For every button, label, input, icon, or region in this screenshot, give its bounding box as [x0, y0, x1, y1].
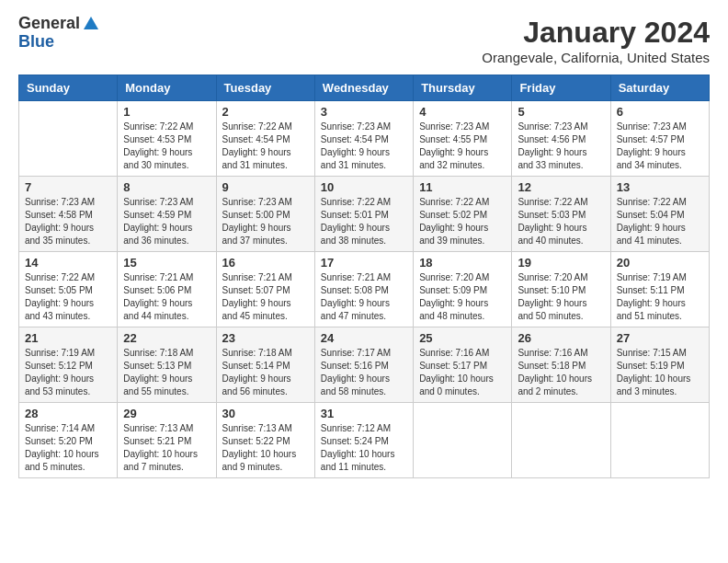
- day-number: 3: [321, 105, 407, 119]
- calendar-cell: 16Sunrise: 7:21 AM Sunset: 5:07 PM Dayli…: [216, 252, 314, 327]
- day-info: Sunrise: 7:23 AM Sunset: 4:56 PM Dayligh…: [518, 121, 604, 172]
- calendar-week-row: 7Sunrise: 7:23 AM Sunset: 4:58 PM Daylig…: [19, 177, 710, 252]
- calendar-table: SundayMondayTuesdayWednesdayThursdayFrid…: [18, 75, 710, 478]
- calendar-cell: [19, 101, 118, 177]
- page-header: General Blue January 2024 Orangevale, Ca…: [18, 15, 710, 65]
- day-info: Sunrise: 7:19 AM Sunset: 5:11 PM Dayligh…: [617, 271, 703, 323]
- svg-marker-0: [84, 17, 98, 29]
- day-number: 19: [518, 256, 604, 270]
- day-info: Sunrise: 7:16 AM Sunset: 5:18 PM Dayligh…: [518, 347, 604, 398]
- day-info: Sunrise: 7:22 AM Sunset: 5:05 PM Dayligh…: [25, 271, 111, 323]
- day-number: 4: [419, 105, 506, 119]
- calendar-cell: 30Sunrise: 7:13 AM Sunset: 5:22 PM Dayli…: [216, 403, 314, 478]
- day-info: Sunrise: 7:20 AM Sunset: 5:10 PM Dayligh…: [518, 271, 604, 323]
- month-year-title: January 2024: [482, 15, 710, 50]
- weekday-header: Wednesday: [314, 75, 413, 101]
- calendar-cell: 17Sunrise: 7:21 AM Sunset: 5:08 PM Dayli…: [314, 252, 413, 327]
- day-info: Sunrise: 7:15 AM Sunset: 5:19 PM Dayligh…: [617, 347, 703, 398]
- day-number: 10: [321, 180, 407, 194]
- day-number: 17: [321, 256, 407, 270]
- day-number: 18: [419, 256, 506, 270]
- day-number: 15: [123, 256, 210, 270]
- calendar-cell: [512, 403, 610, 478]
- calendar-cell: 25Sunrise: 7:16 AM Sunset: 5:17 PM Dayli…: [414, 327, 512, 403]
- day-number: 26: [518, 331, 604, 345]
- day-info: Sunrise: 7:22 AM Sunset: 5:02 PM Dayligh…: [419, 196, 506, 247]
- calendar-cell: 27Sunrise: 7:15 AM Sunset: 5:19 PM Dayli…: [610, 327, 709, 403]
- day-number: 1: [123, 105, 210, 119]
- calendar-week-row: 21Sunrise: 7:19 AM Sunset: 5:12 PM Dayli…: [19, 327, 710, 403]
- day-number: 8: [123, 180, 210, 194]
- day-number: 14: [25, 256, 111, 270]
- day-number: 9: [222, 180, 309, 194]
- calendar-cell: 24Sunrise: 7:17 AM Sunset: 5:16 PM Dayli…: [314, 327, 413, 403]
- day-info: Sunrise: 7:23 AM Sunset: 4:59 PM Dayligh…: [123, 196, 210, 247]
- day-number: 30: [222, 407, 309, 420]
- calendar-cell: 22Sunrise: 7:18 AM Sunset: 5:13 PM Dayli…: [118, 327, 216, 403]
- calendar-cell: 10Sunrise: 7:22 AM Sunset: 5:01 PM Dayli…: [314, 177, 413, 252]
- calendar-week-row: 14Sunrise: 7:22 AM Sunset: 5:05 PM Dayli…: [19, 252, 710, 327]
- logo-general-text: General: [18, 15, 80, 33]
- day-number: 11: [419, 180, 506, 194]
- weekday-header: Thursday: [414, 75, 512, 101]
- day-number: 29: [123, 407, 210, 420]
- calendar-cell: [610, 403, 709, 478]
- logo: General Blue: [18, 15, 100, 52]
- weekday-header: Monday: [118, 75, 216, 101]
- calendar-cell: 3Sunrise: 7:23 AM Sunset: 4:54 PM Daylig…: [314, 101, 413, 177]
- calendar-cell: 7Sunrise: 7:23 AM Sunset: 4:58 PM Daylig…: [19, 177, 118, 252]
- day-number: 16: [222, 256, 309, 270]
- day-number: 24: [321, 331, 407, 345]
- calendar-cell: 5Sunrise: 7:23 AM Sunset: 4:56 PM Daylig…: [512, 101, 610, 177]
- title-section: January 2024 Orangevale, California, Uni…: [482, 15, 710, 65]
- weekday-header: Sunday: [19, 75, 118, 101]
- day-number: 5: [518, 105, 604, 119]
- calendar-cell: 18Sunrise: 7:20 AM Sunset: 5:09 PM Dayli…: [414, 252, 512, 327]
- weekday-header: Tuesday: [216, 75, 314, 101]
- day-info: Sunrise: 7:18 AM Sunset: 5:14 PM Dayligh…: [222, 347, 309, 398]
- calendar-cell: 13Sunrise: 7:22 AM Sunset: 5:04 PM Dayli…: [610, 177, 709, 252]
- day-number: 2: [222, 105, 309, 119]
- calendar-cell: 19Sunrise: 7:20 AM Sunset: 5:10 PM Dayli…: [512, 252, 610, 327]
- day-info: Sunrise: 7:19 AM Sunset: 5:12 PM Dayligh…: [25, 347, 111, 398]
- calendar-cell: 26Sunrise: 7:16 AM Sunset: 5:18 PM Dayli…: [512, 327, 610, 403]
- calendar-week-row: 1Sunrise: 7:22 AM Sunset: 4:53 PM Daylig…: [19, 101, 710, 177]
- calendar-cell: 20Sunrise: 7:19 AM Sunset: 5:11 PM Dayli…: [610, 252, 709, 327]
- weekday-header-row: SundayMondayTuesdayWednesdayThursdayFrid…: [19, 75, 710, 101]
- weekday-header: Friday: [512, 75, 610, 101]
- day-number: 21: [25, 331, 111, 345]
- calendar-cell: 14Sunrise: 7:22 AM Sunset: 5:05 PM Dayli…: [19, 252, 118, 327]
- day-number: 23: [222, 331, 309, 345]
- day-number: 12: [518, 180, 604, 194]
- day-info: Sunrise: 7:14 AM Sunset: 5:20 PM Dayligh…: [25, 422, 111, 474]
- day-number: 22: [123, 331, 210, 345]
- day-info: Sunrise: 7:23 AM Sunset: 4:54 PM Dayligh…: [321, 121, 407, 172]
- calendar-cell: 8Sunrise: 7:23 AM Sunset: 4:59 PM Daylig…: [118, 177, 216, 252]
- day-number: 27: [617, 331, 703, 345]
- day-info: Sunrise: 7:13 AM Sunset: 5:21 PM Dayligh…: [123, 422, 210, 474]
- calendar-cell: 4Sunrise: 7:23 AM Sunset: 4:55 PM Daylig…: [414, 101, 512, 177]
- day-info: Sunrise: 7:21 AM Sunset: 5:07 PM Dayligh…: [222, 271, 309, 323]
- calendar-cell: 31Sunrise: 7:12 AM Sunset: 5:24 PM Dayli…: [314, 403, 413, 478]
- day-info: Sunrise: 7:21 AM Sunset: 5:06 PM Dayligh…: [123, 271, 210, 323]
- day-info: Sunrise: 7:17 AM Sunset: 5:16 PM Dayligh…: [321, 347, 407, 398]
- day-info: Sunrise: 7:22 AM Sunset: 5:01 PM Dayligh…: [321, 196, 407, 247]
- calendar-cell: 23Sunrise: 7:18 AM Sunset: 5:14 PM Dayli…: [216, 327, 314, 403]
- day-info: Sunrise: 7:22 AM Sunset: 4:53 PM Dayligh…: [123, 121, 210, 172]
- calendar-cell: 9Sunrise: 7:23 AM Sunset: 5:00 PM Daylig…: [216, 177, 314, 252]
- logo-blue-text: Blue: [18, 33, 54, 52]
- day-number: 25: [419, 331, 506, 345]
- day-number: 20: [617, 256, 703, 270]
- day-info: Sunrise: 7:22 AM Sunset: 5:04 PM Dayligh…: [617, 196, 703, 247]
- day-number: 7: [25, 180, 111, 194]
- day-info: Sunrise: 7:22 AM Sunset: 4:54 PM Dayligh…: [222, 121, 309, 172]
- calendar-cell: 28Sunrise: 7:14 AM Sunset: 5:20 PM Dayli…: [19, 403, 118, 478]
- calendar-cell: 15Sunrise: 7:21 AM Sunset: 5:06 PM Dayli…: [118, 252, 216, 327]
- day-number: 13: [617, 180, 703, 194]
- day-info: Sunrise: 7:12 AM Sunset: 5:24 PM Dayligh…: [321, 422, 407, 474]
- calendar-cell: 21Sunrise: 7:19 AM Sunset: 5:12 PM Dayli…: [19, 327, 118, 403]
- logo-icon: [82, 15, 100, 33]
- day-info: Sunrise: 7:23 AM Sunset: 5:00 PM Dayligh…: [222, 196, 309, 247]
- day-info: Sunrise: 7:23 AM Sunset: 4:57 PM Dayligh…: [617, 121, 703, 172]
- day-info: Sunrise: 7:23 AM Sunset: 4:55 PM Dayligh…: [419, 121, 506, 172]
